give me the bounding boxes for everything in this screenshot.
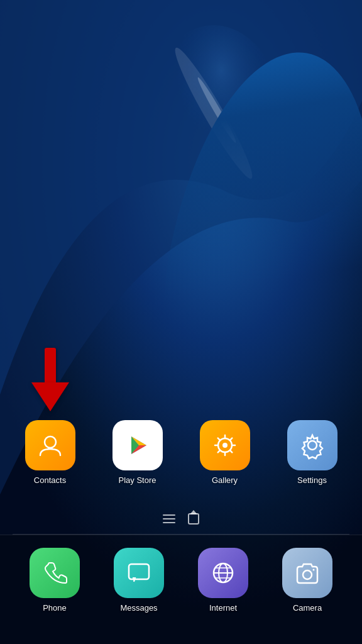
- app-item-settings[interactable]: Settings: [268, 414, 356, 491]
- app-grid: Contacts Play Store: [0, 414, 362, 491]
- internet-label: Internet: [209, 603, 237, 613]
- phone-icon: [30, 548, 80, 598]
- messages-label: Messages: [120, 603, 157, 613]
- app-item-contacts[interactable]: Contacts: [6, 414, 94, 491]
- arrow-indicator: [31, 348, 69, 411]
- app-item-gallery[interactable]: Gallery: [181, 414, 268, 491]
- camera-icon: [282, 548, 332, 598]
- screen: Contacts Play Store: [0, 0, 362, 644]
- app-item-playstore[interactable]: Play Store: [94, 414, 181, 491]
- menu-icon[interactable]: [163, 514, 175, 523]
- settings-label: Settings: [297, 475, 327, 485]
- svg-point-4: [45, 436, 56, 448]
- camera-label: Camera: [293, 603, 322, 613]
- gallery-label: Gallery: [212, 475, 238, 485]
- dock: Phone Messages: [0, 535, 362, 644]
- playstore-label: Play Store: [119, 475, 156, 485]
- playstore-icon: [112, 420, 163, 470]
- svg-line-17: [229, 438, 232, 441]
- svg-point-19: [308, 441, 317, 450]
- svg-line-16: [229, 450, 232, 453]
- svg-line-18: [217, 450, 220, 453]
- svg-point-26: [303, 570, 312, 579]
- svg-rect-20: [129, 564, 149, 579]
- app-item-phone[interactable]: Phone: [13, 541, 97, 619]
- phone-label: Phone: [43, 603, 67, 613]
- messages-icon: [114, 548, 164, 598]
- app-item-messages[interactable]: Messages: [97, 541, 181, 619]
- settings-icon: [287, 420, 337, 470]
- nav-bar: [0, 504, 362, 534]
- home-icon[interactable]: [188, 513, 199, 525]
- contacts-icon: [25, 420, 75, 470]
- svg-point-27: [313, 569, 315, 571]
- contacts-label: Contacts: [34, 475, 66, 485]
- app-item-internet[interactable]: Internet: [181, 541, 265, 619]
- dock-grid: Phone Messages: [6, 541, 356, 619]
- gallery-icon: [200, 420, 250, 470]
- svg-line-15: [217, 438, 220, 441]
- internet-icon: [198, 548, 248, 598]
- app-item-camera[interactable]: Camera: [265, 541, 349, 619]
- svg-point-10: [222, 443, 228, 448]
